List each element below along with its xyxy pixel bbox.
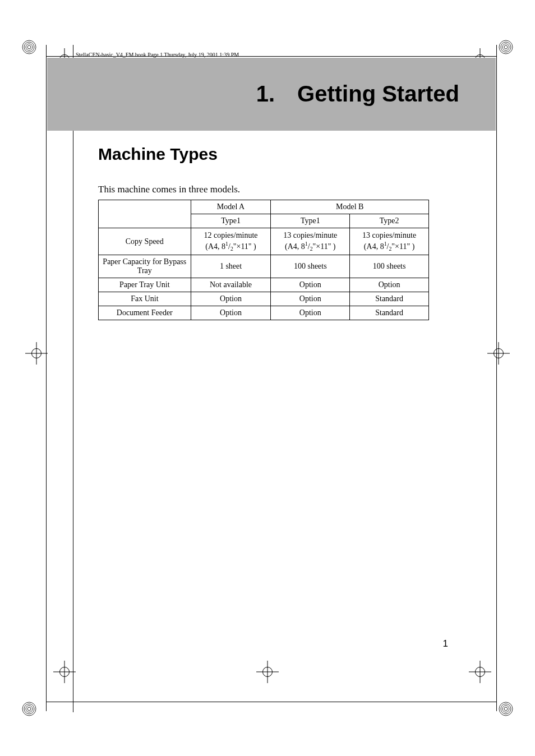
binding-ring-icon [498,701,514,717]
table-header-model-a: Model A [191,200,271,214]
binding-ring-icon [21,39,37,55]
svg-point-7 [504,45,508,49]
table-cell: Option [271,278,350,292]
crop-guide-line [46,45,47,711]
svg-point-4 [499,40,513,54]
table-cell: Option [191,306,271,320]
table-header-type1b: Type1 [271,214,350,228]
svg-point-0 [22,40,36,54]
section-title: Machine Types [98,145,218,164]
table-cell: Option [191,292,271,306]
crop-guide-line [46,702,497,702]
table-cell: Not available [191,278,271,292]
machine-types-table: Model A Model B Type1 Type1 Type2 Copy S… [98,200,429,320]
table-cell: Option [271,306,350,320]
page-number: 1 [443,638,448,649]
table-row-label: Paper Capacity for Bypass Tray [99,255,191,278]
svg-point-3 [27,45,31,49]
table-cell: 13 copies/minute(A4, 81/2"×11" ) [350,228,429,255]
register-mark-icon [25,342,48,365]
table-row-label: Document Feeder [99,306,191,320]
svg-point-2 [26,44,33,50]
table-row-label: Paper Tray Unit [99,278,191,292]
svg-point-11 [27,707,31,711]
svg-point-14 [502,706,509,712]
table-header-blank [99,200,191,228]
chapter-title: 1. Getting Started [256,81,459,107]
svg-point-10 [26,706,33,712]
table-row-label: Copy Speed [99,228,191,255]
intro-paragraph: This machine comes in three models. [98,184,240,195]
table-cell: 1 sheet [191,255,271,278]
table-cell: Standard [350,306,429,320]
book-header-text: StellaCEN-basic_V4_FM.book Page 1 Thursd… [76,52,239,58]
binding-ring-icon [21,701,37,717]
binding-ring-icon [498,39,514,55]
table-cell: 100 sheets [271,255,350,278]
table-cell: Option [271,292,350,306]
svg-point-8 [22,702,36,716]
table-header-model-b: Model B [271,200,429,214]
svg-point-6 [502,44,509,50]
table-cell: Option [350,278,429,292]
register-mark-icon [256,661,279,683]
table-header-type1a: Type1 [191,214,271,228]
table-header-type2b: Type2 [350,214,429,228]
svg-point-12 [499,702,513,716]
register-mark-icon [53,661,76,683]
table-cell: 100 sheets [350,255,429,278]
table-cell: 12 copies/minute(A4, 81/2"×11" ) [191,228,271,255]
register-mark-icon [469,661,491,683]
table-row-label: Fax Unit [99,292,191,306]
table-cell: 13 copies/minute(A4, 81/2"×11" ) [271,228,350,255]
register-mark-icon [487,342,510,365]
crop-guide-line [496,45,497,711]
svg-point-15 [504,707,508,711]
crop-guide-line [73,45,73,712]
table-cell: Standard [350,292,429,306]
